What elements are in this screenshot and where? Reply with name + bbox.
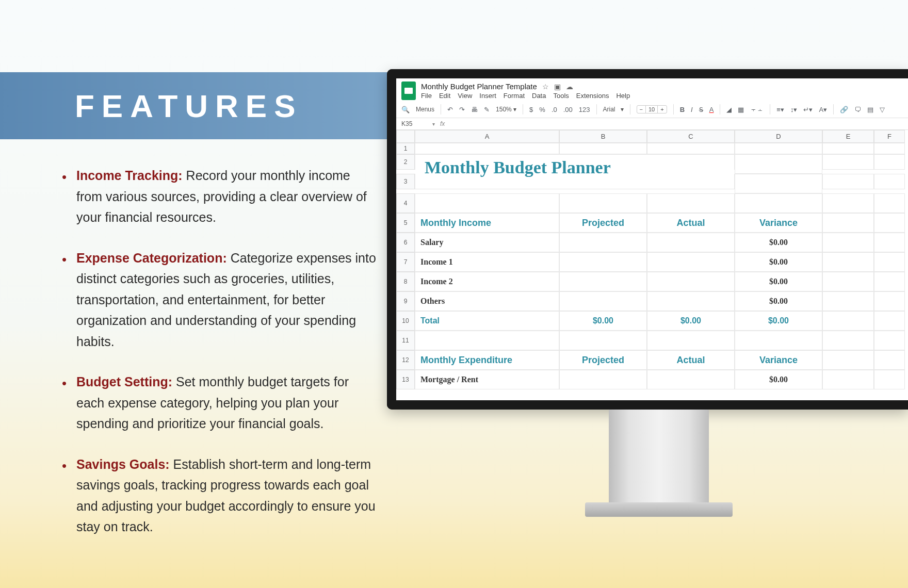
cell[interactable] (874, 143, 905, 154)
more-formats-icon[interactable]: 123 (579, 106, 590, 113)
v-align-icon[interactable]: ↕▾ (790, 106, 798, 113)
doc-title[interactable]: Monthly Budget Planner Template (421, 82, 537, 91)
increase-decimal-icon[interactable]: .00 (563, 106, 573, 113)
income-header-label[interactable]: Monthly Income (415, 213, 559, 233)
cell[interactable] (559, 331, 647, 350)
cell[interactable] (874, 311, 905, 331)
cell[interactable] (822, 272, 874, 291)
cell[interactable] (559, 291, 647, 311)
cell[interactable] (647, 193, 735, 213)
merge-icon[interactable]: ⫟⫠ (750, 106, 764, 113)
menu-format[interactable]: Format (504, 92, 525, 100)
total-projected[interactable]: $0.00 (559, 311, 647, 331)
col-header-A[interactable]: A (415, 130, 559, 143)
cell[interactable] (874, 331, 905, 350)
fill-color-icon[interactable]: ◢ (726, 106, 732, 113)
col-header-B[interactable]: B (559, 130, 647, 143)
star-icon[interactable]: ☆ (542, 83, 549, 91)
bold-icon[interactable]: B (680, 106, 685, 113)
font-size-increase[interactable]: + (658, 106, 666, 113)
undo-icon[interactable]: ↶ (447, 106, 453, 113)
search-menus-label[interactable]: Menus (416, 106, 434, 113)
total-label[interactable]: Total (415, 311, 559, 331)
redo-icon[interactable]: ↷ (459, 106, 465, 113)
borders-icon[interactable]: ▦ (738, 106, 744, 113)
cell[interactable] (822, 311, 874, 331)
corner-cell[interactable] (396, 130, 415, 143)
paint-format-icon[interactable]: ✎ (484, 106, 490, 113)
cell[interactable] (735, 331, 822, 350)
variance-value[interactable]: $0.00 (735, 370, 822, 389)
cell[interactable] (647, 272, 735, 291)
variance-value[interactable]: $0.00 (735, 233, 822, 252)
variance-header[interactable]: Variance (735, 350, 822, 370)
cell[interactable] (559, 370, 647, 389)
total-variance[interactable]: $0.00 (735, 311, 822, 331)
cell[interactable] (874, 213, 905, 233)
cell[interactable] (559, 233, 647, 252)
text-color-icon[interactable]: A (709, 106, 714, 113)
row-header[interactable]: 11 (396, 331, 415, 350)
projected-header[interactable]: Projected (559, 213, 647, 233)
row-header[interactable]: 2 (396, 154, 415, 170)
cell[interactable] (874, 350, 905, 370)
cell[interactable] (874, 291, 905, 311)
cell[interactable] (822, 154, 874, 170)
font-size-control[interactable]: − 10 + (637, 105, 667, 113)
row-header[interactable]: 9 (396, 291, 415, 311)
cell[interactable] (415, 193, 559, 213)
chart-icon[interactable]: ▤ (867, 106, 873, 113)
projected-header[interactable]: Projected (559, 350, 647, 370)
income-row-label[interactable]: Others (415, 291, 559, 311)
cell[interactable] (874, 154, 905, 170)
cell[interactable] (874, 193, 905, 213)
row-header[interactable]: 13 (396, 370, 415, 389)
decrease-decimal-icon[interactable]: .0 (552, 106, 557, 113)
row-header[interactable]: 6 (396, 233, 415, 252)
cell[interactable] (822, 350, 874, 370)
menu-edit[interactable]: Edit (439, 92, 450, 100)
row-header[interactable]: 10 (396, 311, 415, 331)
h-align-icon[interactable]: ≡▾ (776, 106, 784, 113)
cell[interactable] (874, 272, 905, 291)
cell[interactable] (735, 193, 822, 213)
col-header-F[interactable]: F (874, 130, 905, 143)
cell[interactable] (822, 174, 874, 189)
variance-header[interactable]: Variance (735, 213, 822, 233)
zoom-select[interactable]: 150% ▾ (496, 106, 516, 113)
row-header[interactable]: 5 (396, 213, 415, 233)
row-header[interactable]: 1 (396, 143, 415, 154)
cell[interactable] (647, 291, 735, 311)
cell[interactable] (822, 193, 874, 213)
menu-extensions[interactable]: Extensions (576, 92, 609, 100)
actual-header[interactable]: Actual (647, 213, 735, 233)
cell[interactable] (874, 370, 905, 389)
wrap-icon[interactable]: ↵▾ (803, 106, 813, 113)
font-select[interactable]: Arial ▾ (603, 106, 624, 113)
strike-icon[interactable]: S̶ (699, 106, 703, 113)
font-size-decrease[interactable]: − (637, 106, 645, 113)
cell[interactable] (822, 331, 874, 350)
menu-view[interactable]: View (458, 92, 472, 100)
cell[interactable] (647, 370, 735, 389)
row-header[interactable]: 12 (396, 350, 415, 370)
filter-icon[interactable]: ▽ (880, 106, 885, 113)
print-icon[interactable]: 🖶 (471, 106, 478, 113)
menu-tools[interactable]: Tools (553, 92, 569, 100)
cell[interactable] (735, 143, 822, 154)
cell[interactable] (822, 291, 874, 311)
cell[interactable] (735, 174, 822, 193)
cell[interactable] (822, 370, 874, 389)
col-header-E[interactable]: E (822, 130, 874, 143)
income-row-label[interactable]: Income 1 (415, 252, 559, 272)
menu-help[interactable]: Help (616, 92, 630, 100)
income-row-label[interactable]: Income 2 (415, 272, 559, 291)
menu-data[interactable]: Data (532, 92, 546, 100)
cell[interactable] (415, 143, 559, 154)
col-header-C[interactable]: C (647, 130, 735, 143)
cell[interactable] (822, 143, 874, 154)
row-header[interactable]: 3 (396, 174, 415, 189)
cell[interactable] (647, 233, 735, 252)
cell[interactable] (874, 252, 905, 272)
italic-icon[interactable]: I (691, 106, 693, 113)
